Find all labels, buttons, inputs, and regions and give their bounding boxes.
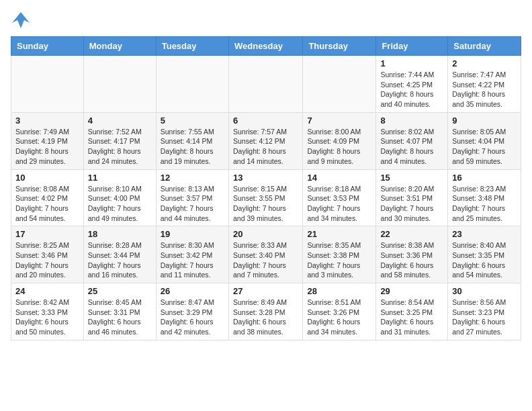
day-info: Sunrise: 8:05 AM Sunset: 4:04 PM Dayligh…: [452, 127, 517, 167]
day-info: Sunrise: 7:47 AM Sunset: 4:22 PM Dayligh…: [452, 70, 517, 109]
day-number: 17: [15, 229, 79, 239]
header: [11, 11, 521, 30]
svg-marker-0: [12, 12, 30, 28]
day-number: 9: [452, 116, 517, 126]
calendar-cell: 13Sunrise: 8:15 AM Sunset: 3:55 PM Dayli…: [228, 169, 302, 226]
day-number: 10: [15, 173, 79, 183]
day-number: 20: [233, 229, 298, 239]
calendar-cell: 30Sunrise: 8:56 AM Sunset: 3:23 PM Dayli…: [448, 283, 521, 340]
day-info: Sunrise: 8:08 AM Sunset: 4:02 PM Dayligh…: [15, 184, 79, 224]
calendar-cell: 6Sunrise: 7:57 AM Sunset: 4:12 PM Daylig…: [228, 112, 302, 169]
day-info: Sunrise: 8:10 AM Sunset: 4:00 PM Dayligh…: [88, 184, 152, 224]
day-number: 21: [307, 229, 371, 239]
day-info: Sunrise: 7:55 AM Sunset: 4:14 PM Dayligh…: [161, 127, 224, 167]
calendar-cell: 12Sunrise: 8:13 AM Sunset: 3:57 PM Dayli…: [156, 169, 228, 226]
calendar-cell: 25Sunrise: 8:45 AM Sunset: 3:31 PM Dayli…: [83, 283, 156, 340]
calendar-cell: 7Sunrise: 8:00 AM Sunset: 4:09 PM Daylig…: [303, 112, 376, 169]
calendar-cell: 22Sunrise: 8:38 AM Sunset: 3:36 PM Dayli…: [376, 226, 448, 283]
day-number: 14: [307, 173, 371, 183]
day-info: Sunrise: 8:20 AM Sunset: 3:51 PM Dayligh…: [380, 184, 443, 224]
calendar-week-5: 24Sunrise: 8:42 AM Sunset: 3:33 PM Dayli…: [11, 283, 521, 340]
day-info: Sunrise: 7:49 AM Sunset: 4:19 PM Dayligh…: [15, 127, 79, 167]
calendar-table: SundayMondayTuesdayWednesdayThursdayFrid…: [11, 36, 521, 340]
day-info: Sunrise: 8:13 AM Sunset: 3:57 PM Dayligh…: [161, 184, 224, 224]
column-header-sunday: Sunday: [11, 37, 84, 56]
day-info: Sunrise: 8:42 AM Sunset: 3:33 PM Dayligh…: [15, 298, 79, 337]
day-number: 2: [452, 58, 517, 68]
calendar-cell: 19Sunrise: 8:30 AM Sunset: 3:42 PM Dayli…: [156, 226, 228, 283]
day-number: 11: [88, 173, 152, 183]
calendar-cell: [228, 56, 302, 113]
calendar-cell: 3Sunrise: 7:49 AM Sunset: 4:19 PM Daylig…: [11, 112, 84, 169]
day-number: 30: [452, 286, 517, 296]
calendar-week-1: 1Sunrise: 7:44 AM Sunset: 4:25 PM Daylig…: [11, 56, 521, 113]
day-number: 15: [380, 173, 443, 183]
calendar-cell: 29Sunrise: 8:54 AM Sunset: 3:25 PM Dayli…: [376, 283, 448, 340]
day-number: 4: [88, 116, 152, 126]
calendar-cell: 16Sunrise: 8:23 AM Sunset: 3:48 PM Dayli…: [448, 169, 521, 226]
day-info: Sunrise: 8:00 AM Sunset: 4:09 PM Dayligh…: [307, 127, 371, 167]
calendar-cell: 24Sunrise: 8:42 AM Sunset: 3:33 PM Dayli…: [11, 283, 84, 340]
day-number: 22: [380, 229, 443, 239]
calendar-cell: 21Sunrise: 8:35 AM Sunset: 3:38 PM Dayli…: [303, 226, 376, 283]
day-number: 1: [380, 58, 443, 68]
calendar-cell: 18Sunrise: 8:28 AM Sunset: 3:44 PM Dayli…: [83, 226, 156, 283]
calendar-header-row: SundayMondayTuesdayWednesdayThursdayFrid…: [11, 37, 521, 56]
day-number: 24: [15, 286, 79, 296]
calendar-cell: 26Sunrise: 8:47 AM Sunset: 3:29 PM Dayli…: [156, 283, 228, 340]
calendar-cell: 5Sunrise: 7:55 AM Sunset: 4:14 PM Daylig…: [156, 112, 228, 169]
calendar-cell: 27Sunrise: 8:49 AM Sunset: 3:28 PM Dayli…: [228, 283, 302, 340]
calendar-week-4: 17Sunrise: 8:25 AM Sunset: 3:46 PM Dayli…: [11, 226, 521, 283]
calendar-cell: 20Sunrise: 8:33 AM Sunset: 3:40 PM Dayli…: [228, 226, 302, 283]
calendar-cell: 4Sunrise: 7:52 AM Sunset: 4:17 PM Daylig…: [83, 112, 156, 169]
calendar-cell: 9Sunrise: 8:05 AM Sunset: 4:04 PM Daylig…: [448, 112, 521, 169]
calendar-cell: 14Sunrise: 8:18 AM Sunset: 3:53 PM Dayli…: [303, 169, 376, 226]
day-info: Sunrise: 8:23 AM Sunset: 3:48 PM Dayligh…: [452, 184, 517, 224]
day-info: Sunrise: 8:38 AM Sunset: 3:36 PM Dayligh…: [380, 240, 443, 280]
day-number: 19: [161, 229, 224, 239]
day-number: 25: [88, 286, 152, 296]
day-number: 23: [452, 229, 517, 239]
calendar-cell: 17Sunrise: 8:25 AM Sunset: 3:46 PM Dayli…: [11, 226, 84, 283]
calendar-cell: 2Sunrise: 7:47 AM Sunset: 4:22 PM Daylig…: [448, 56, 521, 113]
column-header-thursday: Thursday: [303, 37, 376, 56]
day-info: Sunrise: 8:33 AM Sunset: 3:40 PM Dayligh…: [233, 240, 298, 280]
column-header-monday: Monday: [83, 37, 156, 56]
day-info: Sunrise: 8:51 AM Sunset: 3:26 PM Dayligh…: [307, 298, 371, 337]
day-info: Sunrise: 8:18 AM Sunset: 3:53 PM Dayligh…: [307, 184, 371, 224]
column-header-wednesday: Wednesday: [228, 37, 302, 56]
calendar-cell: 10Sunrise: 8:08 AM Sunset: 4:02 PM Dayli…: [11, 169, 84, 226]
day-number: 13: [233, 173, 298, 183]
day-info: Sunrise: 8:56 AM Sunset: 3:23 PM Dayligh…: [452, 298, 517, 337]
logo: [11, 11, 34, 30]
day-info: Sunrise: 7:52 AM Sunset: 4:17 PM Dayligh…: [88, 127, 152, 167]
day-info: Sunrise: 8:28 AM Sunset: 3:44 PM Dayligh…: [88, 240, 152, 280]
day-number: 16: [452, 173, 517, 183]
day-info: Sunrise: 8:40 AM Sunset: 3:35 PM Dayligh…: [452, 240, 517, 280]
calendar-cell: 8Sunrise: 8:02 AM Sunset: 4:07 PM Daylig…: [376, 112, 448, 169]
calendar-cell: 23Sunrise: 8:40 AM Sunset: 3:35 PM Dayli…: [448, 226, 521, 283]
day-number: 18: [88, 229, 152, 239]
day-number: 3: [15, 116, 79, 126]
day-info: Sunrise: 8:25 AM Sunset: 3:46 PM Dayligh…: [15, 240, 79, 280]
calendar-cell: 1Sunrise: 7:44 AM Sunset: 4:25 PM Daylig…: [376, 56, 448, 113]
day-number: 27: [233, 286, 298, 296]
day-number: 7: [307, 116, 371, 126]
day-number: 6: [233, 116, 298, 126]
day-number: 29: [380, 286, 443, 296]
logo-icon: [11, 11, 31, 30]
day-number: 28: [307, 286, 371, 296]
calendar-cell: 11Sunrise: 8:10 AM Sunset: 4:00 PM Dayli…: [83, 169, 156, 226]
day-info: Sunrise: 7:44 AM Sunset: 4:25 PM Dayligh…: [380, 70, 443, 109]
calendar-cell: [303, 56, 376, 113]
calendar-cell: 28Sunrise: 8:51 AM Sunset: 3:26 PM Dayli…: [303, 283, 376, 340]
calendar-cell: 15Sunrise: 8:20 AM Sunset: 3:51 PM Dayli…: [376, 169, 448, 226]
calendar-week-3: 10Sunrise: 8:08 AM Sunset: 4:02 PM Dayli…: [11, 169, 521, 226]
day-info: Sunrise: 7:57 AM Sunset: 4:12 PM Dayligh…: [233, 127, 298, 167]
column-header-tuesday: Tuesday: [156, 37, 228, 56]
day-info: Sunrise: 8:49 AM Sunset: 3:28 PM Dayligh…: [233, 298, 298, 337]
column-header-saturday: Saturday: [448, 37, 521, 56]
day-info: Sunrise: 8:02 AM Sunset: 4:07 PM Dayligh…: [380, 127, 443, 167]
day-info: Sunrise: 8:54 AM Sunset: 3:25 PM Dayligh…: [380, 298, 443, 337]
day-info: Sunrise: 8:45 AM Sunset: 3:31 PM Dayligh…: [88, 298, 152, 337]
